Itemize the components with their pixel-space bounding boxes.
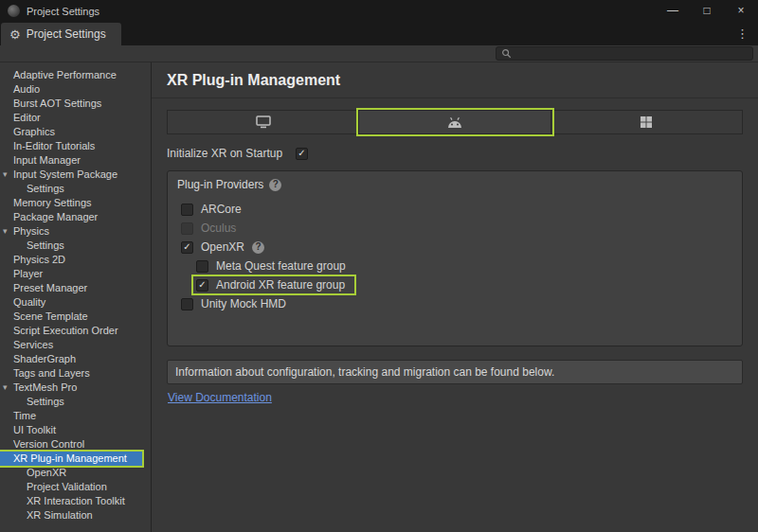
plug-in-providers-title: Plug-in Providers xyxy=(177,178,263,191)
provider-row-arcore: ARCore xyxy=(177,200,732,219)
help-icon[interactable]: ? xyxy=(252,241,264,254)
search-box[interactable] xyxy=(496,46,753,61)
sidebar-item-package-manager[interactable]: Package Manager xyxy=(0,210,151,224)
sidebar-item-tags-and-layers[interactable]: Tags and Layers xyxy=(0,366,151,381)
content: Adaptive Performance Audio Burst AOT Set… xyxy=(0,62,758,532)
sidebar-item-textmesh-pro-settings[interactable]: Settings xyxy=(0,395,151,409)
gear-icon: ⚙ xyxy=(9,28,21,41)
toolbar xyxy=(0,45,758,62)
sidebar-item-input-system-settings[interactable]: Settings xyxy=(0,182,151,196)
plug-in-providers-header: Plug-in Providers ? xyxy=(177,178,732,191)
initialize-xr-checkbox[interactable]: ✓ xyxy=(296,148,308,160)
plug-in-providers-group: Plug-in Providers ? ARCore Oculus xyxy=(167,170,743,346)
check-icon: ✓ xyxy=(198,280,206,290)
app-icon xyxy=(8,5,20,17)
sidebar-item-xr-interaction-toolkit[interactable]: XR Interaction Toolkit xyxy=(0,494,151,508)
titlebar: Project Settings — □ × xyxy=(0,0,758,22)
info-helpbox: Information about configuration, trackin… xyxy=(167,360,743,384)
sidebar-item-scene-template[interactable]: Scene Template xyxy=(0,310,151,324)
tabstrip: ⚙ Project Settings ⋮ xyxy=(0,22,758,45)
sidebar-item-input-manager[interactable]: Input Manager xyxy=(0,153,151,168)
page-title: XR Plug-in Management xyxy=(167,72,743,89)
kebab-menu-icon[interactable]: ⋮ xyxy=(727,27,758,41)
windows-grid-icon xyxy=(641,116,652,128)
info-text: Information about configuration, trackin… xyxy=(175,365,554,379)
sidebar-item-adaptive-performance[interactable]: Adaptive Performance xyxy=(0,68,151,82)
sidebar-item-burst-aot-settings[interactable]: Burst AOT Settings xyxy=(0,97,151,111)
search-input[interactable] xyxy=(515,47,748,60)
tab-platform-desktop[interactable] xyxy=(168,111,359,133)
sidebar-item-xr-plug-in-management[interactable]: XR Plug-in Management xyxy=(0,452,142,466)
check-icon: ✓ xyxy=(183,242,190,252)
close-button[interactable]: × xyxy=(724,0,758,22)
sidebar-item-ui-toolkit[interactable]: UI Toolkit xyxy=(0,423,151,437)
arcore-checkbox[interactable] xyxy=(181,204,193,216)
initialize-xr-label: Initialize XR on Startup xyxy=(167,147,296,160)
meta-quest-feature-group-checkbox[interactable] xyxy=(196,260,208,273)
provider-row-oculus: Oculus xyxy=(177,219,732,238)
tab-platform-windows[interactable] xyxy=(551,111,742,133)
foldout-triangle-icon[interactable]: ▾ xyxy=(3,224,8,239)
project-settings-window: Project Settings — □ × ⚙ Project Setting… xyxy=(0,0,758,532)
android-icon xyxy=(446,116,463,129)
view-documentation-link[interactable]: View Documentation xyxy=(168,391,272,404)
sidebar-item-editor[interactable]: Editor xyxy=(0,111,151,125)
sidebar-item-memory-settings[interactable]: Memory Settings xyxy=(0,196,151,210)
tab-project-settings-label: Project Settings xyxy=(27,27,106,41)
sidebar-item-version-control[interactable]: Version Control xyxy=(0,437,151,452)
settings-sidebar: Adaptive Performance Audio Burst AOT Set… xyxy=(0,62,152,532)
sidebar-item-textmesh-pro[interactable]: ▾TextMesh Pro xyxy=(0,381,151,395)
oculus-checkbox xyxy=(181,222,193,235)
sidebar-item-audio[interactable]: Audio xyxy=(0,82,151,97)
tab-project-settings[interactable]: ⚙ Project Settings xyxy=(1,23,121,45)
monitor-icon xyxy=(256,115,271,129)
maximize-button[interactable]: □ xyxy=(690,0,724,22)
sidebar-item-openxr[interactable]: OpenXR xyxy=(0,466,151,480)
sidebar-item-physics-2d[interactable]: Physics 2D xyxy=(0,253,151,267)
check-icon: ✓ xyxy=(298,149,305,158)
sidebar-item-time[interactable]: Time xyxy=(0,409,151,423)
sidebar-item-in-editor-tutorials[interactable]: In-Editor Tutorials xyxy=(0,139,151,153)
sidebar-item-physics[interactable]: ▾Physics xyxy=(0,224,151,239)
window-controls: — □ × xyxy=(656,0,758,22)
foldout-triangle-icon[interactable]: ▾ xyxy=(3,381,8,395)
sidebar-item-quality[interactable]: Quality xyxy=(0,295,151,310)
platform-tabs xyxy=(167,110,743,134)
sidebar-item-physics-settings[interactable]: Settings xyxy=(0,239,151,253)
main-panel: XR Plug-in Management xyxy=(152,62,758,532)
provider-row-android-xr-feature-group: ✓ Android XR feature group xyxy=(177,275,732,294)
foldout-triangle-icon[interactable]: ▾ xyxy=(3,168,8,182)
sidebar-item-project-validation[interactable]: Project Validation xyxy=(0,480,151,494)
android-xr-feature-group-checkbox[interactable]: ✓ xyxy=(196,279,208,292)
initialize-xr-row: Initialize XR on Startup ✓ xyxy=(167,147,743,160)
provider-row-openxr: ✓ OpenXR ? xyxy=(177,238,732,257)
unity-mock-hmd-checkbox[interactable] xyxy=(181,298,193,310)
provider-row-unity-mock-hmd: Unity Mock HMD xyxy=(177,294,732,313)
help-icon[interactable]: ? xyxy=(269,179,281,191)
openxr-checkbox[interactable]: ✓ xyxy=(181,241,193,254)
sidebar-item-script-execution-order[interactable]: Script Execution Order xyxy=(0,324,151,338)
sidebar-item-xr-simulation[interactable]: XR Simulation xyxy=(0,508,151,523)
provider-row-meta-quest-feature-group: Meta Quest feature group xyxy=(177,257,732,275)
sidebar-item-graphics[interactable]: Graphics xyxy=(0,125,151,139)
window-title: Project Settings xyxy=(27,6,99,17)
sidebar-item-preset-manager[interactable]: Preset Manager xyxy=(0,281,151,295)
sidebar-item-shadergraph[interactable]: ShaderGraph xyxy=(0,352,151,366)
divider xyxy=(152,98,758,98)
tab-platform-android[interactable] xyxy=(359,111,550,133)
minimize-button[interactable]: — xyxy=(656,0,690,22)
sidebar-item-input-system-package[interactable]: ▾Input System Package xyxy=(0,168,151,182)
sidebar-item-services[interactable]: Services xyxy=(0,338,151,352)
search-icon xyxy=(501,48,512,59)
sidebar-item-player[interactable]: Player xyxy=(0,267,151,281)
